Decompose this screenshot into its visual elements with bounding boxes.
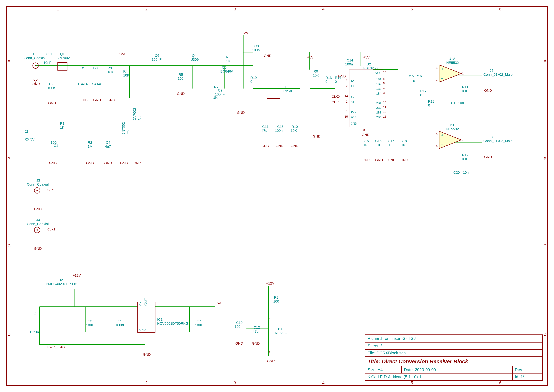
c7-ref: C7 [197,319,201,323]
r8-ref: R8 [274,296,278,299]
j4-val: Conn_Coaxial [27,222,49,226]
r15-ref: R15 [408,74,414,78]
d3-val: TS4148 [90,82,102,86]
r4-12v: +12V [117,52,125,56]
u1b-ref: U1B [449,123,455,127]
c18-gnd: GND [401,158,408,162]
d1-gnd: GND [81,98,88,102]
q5-val: BC846A [220,70,233,73]
c12-gnd: GND [252,341,260,345]
l1-val: Trifilar [283,89,292,93]
c14-gnd: GND [338,74,346,78]
u2-ref: U2 [367,63,371,66]
ps-5v: +5V [215,301,221,305]
svg-rect-2 [58,63,67,70]
r5-gnd: GND [177,92,185,96]
r4-val: 10K [123,73,129,77]
c15-val: 1u [363,143,367,147]
file-label: File: [367,350,375,355]
c6-ref: C6 [155,54,159,57]
c15-gnd: GND [363,158,370,162]
clk1-net: CLK1 [332,100,340,104]
schematic-sheet: 1 2 3 4 5 6 1 2 3 4 5 6 A B C D A B C D [0,0,554,392]
q2-gnd: GND [120,161,128,165]
j5-val: DC In [30,330,39,334]
c13-gnd: GND [276,144,284,148]
r10-gnd: GND [291,144,298,148]
d2-val: PMEG4020CEP,115 [46,282,77,286]
id-label: Id: [515,374,519,379]
c19-val: 10n [458,101,464,105]
c1-val: 100n [51,141,58,144]
svg-text:+: + [441,66,443,71]
j7-ref: J7 [490,135,493,139]
j6-val: Conn_01x02_Male [483,73,512,76]
r3-ref: R3 [107,66,112,70]
c21-val: 10nF [43,61,51,64]
q1-ref: Q1 [60,52,65,56]
c13-ref: C13 [277,125,284,128]
d3-ref: D3 [93,66,98,70]
c11-gnd: GND [262,144,269,148]
svg-point-1 [35,65,36,66]
r16-ref: R16 [416,74,422,78]
file-name: DCRXBlock.sch [376,350,406,355]
c7-val: 10uF [195,323,203,327]
c13-val: 100n [275,129,283,133]
j6-ref: J6 [490,69,493,72]
c16-gnd: GND [375,158,383,162]
q3-gnd: GND [133,161,141,165]
r6-val: 1K [226,59,230,63]
tool: KiCad E.D.A. kicad (5.1.10)-1 [367,374,422,379]
r9-ref: R9 [314,70,318,73]
u2-5v: +5V [363,55,370,59]
mosfet-icon [57,62,69,73]
c18-val: 1u [401,143,405,147]
r9-5v: +5V [307,55,314,59]
q5-ref: Q5 [222,66,227,69]
r2-ref: R2 [88,141,92,144]
c12-val: 47u [253,329,259,333]
c8-ref: C8 [254,44,259,48]
opamp-u1b-icon: + − [437,130,464,152]
r5-ref: R5 [179,73,183,76]
q2-ref: Q2 [126,130,130,134]
u2-val: FST3253 [363,66,378,70]
svg-point-12 [36,229,38,231]
opamp-u1a-icon: + − [437,63,464,85]
r7-val: 1K [213,96,218,99]
title-block: Richard Tomlinson G4TGJ Sheet: / File: D… [365,335,543,381]
j4-coax-icon [33,226,43,236]
c3-ref: C3 [88,319,92,323]
date-val: 2020-09-09 [415,367,436,372]
c2-ref: C2 [49,82,53,86]
c3-val: 10uF [86,323,94,327]
c8-gnd: GND [264,54,271,58]
c19-ref: C19 [451,101,457,105]
q4-val: J309 [191,58,199,61]
c12-ref: C12 [254,326,260,329]
c20-val: 10n [463,171,469,174]
id-val: 1/1 [520,374,526,379]
j1-val: Conn_Coaxial [24,56,46,60]
c11-ref: C11 [262,125,269,128]
c11-val: 47u [262,129,267,133]
u1a-ref: U1A [449,57,455,61]
d3-gnd: GND [93,98,101,102]
sheet-path: / [381,343,382,348]
c17-ref: C17 [388,139,394,143]
r1-ref: R1 [60,122,64,125]
q3-val: 2N7002 [133,108,136,120]
pwr-flag: PWR_FLAG [47,345,65,349]
r5-val: 100 [178,77,184,80]
oe-gnd: GND [313,134,320,139]
c10-gnd: GND [235,341,243,345]
c17-val: 1u [389,143,392,147]
c21-ref: C21 [46,52,52,56]
q2-val: 2N7002 [122,122,125,134]
u1c-val: NE5532 [275,331,288,335]
d2-ref: D2 [58,278,63,282]
j2-lbl: RX 5V [24,138,35,141]
r7-ref: R7 [214,85,218,89]
r11-val: 10K [461,89,467,93]
